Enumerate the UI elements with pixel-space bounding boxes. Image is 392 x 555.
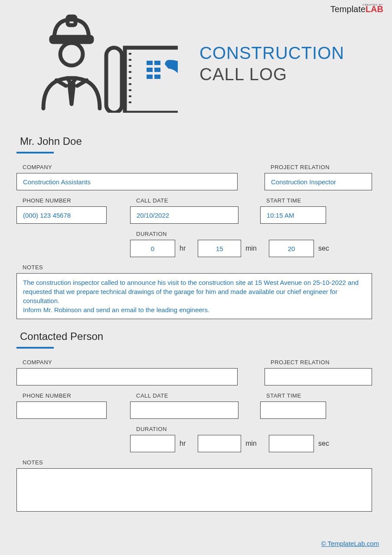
duration-hr-input[interactable]: 0 bbox=[130, 240, 175, 257]
project-relation-input[interactable] bbox=[265, 368, 372, 385]
duration-hr-input[interactable] bbox=[130, 435, 175, 452]
call-date-label: CALL DATE bbox=[136, 392, 238, 399]
company-input[interactable] bbox=[16, 368, 238, 385]
svg-point-2 bbox=[60, 43, 83, 65]
duration-sec-input[interactable] bbox=[269, 435, 314, 452]
start-time-label: START TIME bbox=[266, 392, 326, 399]
company-label: COMPANY bbox=[23, 164, 238, 170]
notes-label: NOTES bbox=[23, 264, 372, 271]
min-unit: min bbox=[245, 240, 257, 257]
hr-unit: hr bbox=[180, 240, 186, 257]
phone-input[interactable]: (000) 123 45678 bbox=[16, 206, 107, 224]
notes-input[interactable] bbox=[16, 468, 372, 512]
notes-input[interactable]: The construction inspector called to ann… bbox=[16, 273, 372, 319]
svg-rect-12 bbox=[147, 75, 153, 79]
svg-rect-13 bbox=[154, 75, 160, 79]
svg-rect-11 bbox=[154, 68, 160, 72]
svg-rect-8 bbox=[147, 61, 153, 65]
duration-min-input[interactable] bbox=[198, 435, 241, 452]
sec-unit: sec bbox=[318, 240, 329, 257]
svg-rect-6 bbox=[125, 48, 178, 113]
svg-rect-10 bbox=[147, 68, 153, 72]
title-line-2: CALL LOG bbox=[199, 65, 344, 84]
hr-unit: hr bbox=[180, 435, 186, 452]
start-time-input[interactable] bbox=[260, 402, 326, 419]
duration-label: DURATION bbox=[136, 231, 329, 237]
header: CONSTRUCTION CALL LOG bbox=[0, 0, 392, 123]
phone-label: PHONE NUMBER bbox=[23, 197, 107, 204]
call-date-input[interactable] bbox=[130, 402, 238, 419]
start-time-label: START TIME bbox=[266, 197, 326, 204]
brand-logo: CREATED BY TemplateLAB bbox=[330, 3, 383, 14]
section-underline bbox=[16, 347, 54, 349]
duration-label: DURATION bbox=[136, 426, 329, 432]
phone-input[interactable] bbox=[16, 402, 107, 419]
sec-unit: sec bbox=[318, 435, 329, 452]
contact-name-1: Mr. John Doe bbox=[20, 135, 376, 147]
project-relation-label: PROJECT RELATION bbox=[271, 164, 372, 170]
construction-worker-phone-icon bbox=[30, 13, 178, 114]
section-underline bbox=[16, 152, 54, 153]
call-date-input[interactable]: 20/10/2022 bbox=[130, 206, 238, 224]
footer-link[interactable]: © TemplateLab.com bbox=[321, 540, 379, 547]
duration-sec-input[interactable]: 20 bbox=[269, 240, 314, 257]
svg-rect-5 bbox=[106, 48, 122, 113]
duration-min-input[interactable]: 15 bbox=[198, 240, 241, 257]
title-line-1: CONSTRUCTION bbox=[199, 43, 344, 63]
start-time-input[interactable]: 10:15 AM bbox=[260, 206, 326, 224]
company-input[interactable]: Construction Assistants bbox=[16, 173, 238, 190]
notes-label: NOTES bbox=[23, 459, 372, 466]
svg-line-4 bbox=[77, 80, 87, 86]
min-unit: min bbox=[245, 435, 257, 452]
project-relation-label: PROJECT RELATION bbox=[271, 359, 372, 366]
svg-line-3 bbox=[56, 80, 66, 86]
project-relation-input[interactable]: Construction Inspector bbox=[265, 173, 372, 190]
svg-rect-9 bbox=[154, 61, 160, 65]
call-date-label: CALL DATE bbox=[136, 197, 238, 204]
company-label: COMPANY bbox=[23, 359, 238, 366]
contact-name-2: Contacted Person bbox=[20, 330, 376, 343]
phone-label: PHONE NUMBER bbox=[23, 392, 107, 399]
